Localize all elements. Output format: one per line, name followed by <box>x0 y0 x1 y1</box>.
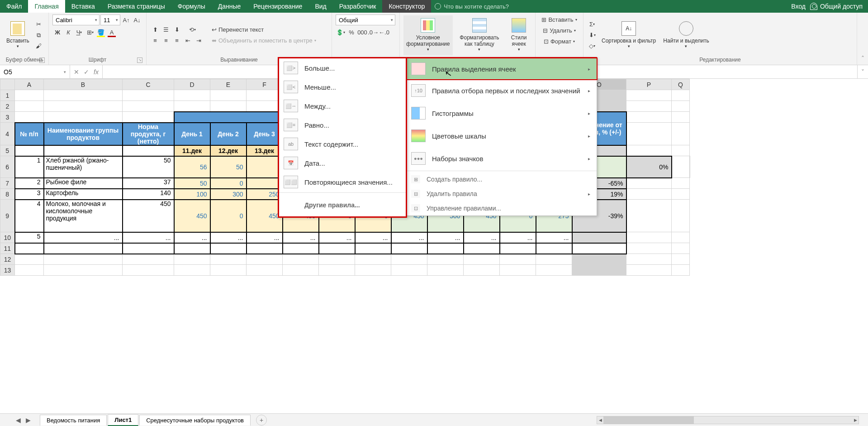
paste-button[interactable]: Вставить▾ <box>4 15 32 55</box>
row-index[interactable]: 2 <box>15 178 44 189</box>
copy-button[interactable]: ⧉ <box>34 30 44 40</box>
menu-data-bars[interactable]: Гистограммы▸ <box>407 102 597 124</box>
cell[interactable] <box>319 243 355 254</box>
menu-color-scales[interactable]: Цветовые шкалы▸ <box>407 124 597 147</box>
font-name-select[interactable]: Calibri▾ <box>52 14 100 25</box>
cell[interactable] <box>626 189 672 200</box>
row-index[interactable]: 5 <box>15 232 44 243</box>
cell[interactable] <box>672 243 690 254</box>
delete-cells-button[interactable]: ⊟ Удалить ▾ <box>540 25 579 35</box>
day-value[interactable]: 450 <box>174 200 210 232</box>
cell[interactable] <box>391 243 427 254</box>
insert-cells-button[interactable]: ⊞ Вставить ▾ <box>539 14 579 24</box>
fill-color-button[interactable]: 🪣 <box>96 27 106 37</box>
cell[interactable] <box>247 90 283 101</box>
decrease-indent-button[interactable]: ⇤ <box>183 36 193 46</box>
day-value[interactable]: 50 <box>174 178 210 189</box>
login-link[interactable]: Вход <box>791 3 806 10</box>
column-header-P[interactable]: P <box>626 79 672 90</box>
day-value[interactable]: 300 <box>210 189 247 200</box>
cell[interactable] <box>572 232 626 243</box>
cell[interactable] <box>464 243 500 254</box>
font-color-button[interactable]: A <box>107 27 117 37</box>
row-header-2[interactable]: 2 <box>0 101 15 112</box>
cell[interactable] <box>672 156 690 178</box>
cell[interactable] <box>500 243 536 254</box>
decrease-decimal-button[interactable]: ←.0 <box>379 27 389 37</box>
cell[interactable] <box>15 254 44 265</box>
column-header-F[interactable]: F <box>247 79 283 90</box>
product-name[interactable]: Рыбное филе <box>44 178 123 189</box>
cell[interactable]: ... <box>391 232 427 243</box>
row-header-13[interactable]: 13 <box>0 265 15 276</box>
cell[interactable] <box>44 145 123 156</box>
cell[interactable] <box>123 254 174 265</box>
cell[interactable] <box>15 265 44 276</box>
cell[interactable]: ... <box>283 232 319 243</box>
cell[interactable] <box>427 265 464 276</box>
column-header-B[interactable]: B <box>44 79 123 90</box>
cell[interactable] <box>247 243 283 254</box>
header-name[interactable]: Наименование группы продуктов <box>44 123 123 145</box>
row-header-9[interactable]: 9 <box>0 200 15 232</box>
cell[interactable] <box>210 265 247 276</box>
cut-button[interactable]: ✂ <box>34 19 44 29</box>
cell[interactable] <box>626 112 672 123</box>
scrollbar-thumb[interactable] <box>603 416 694 424</box>
cell[interactable] <box>174 265 210 276</box>
cell[interactable] <box>672 178 690 189</box>
cell[interactable] <box>626 90 672 101</box>
cell[interactable] <box>44 265 123 276</box>
menu-top-bottom-rules[interactable]: ↑10 Правила отбора первых и последних зн… <box>407 79 597 102</box>
cell[interactable] <box>500 265 536 276</box>
cell[interactable] <box>626 243 672 254</box>
cell[interactable]: ... <box>427 232 464 243</box>
sheet-nav-prev[interactable]: ◀ <box>14 416 23 424</box>
cell[interactable] <box>174 243 210 254</box>
align-left-button[interactable]: ≡ <box>150 36 160 46</box>
cell[interactable]: ... <box>247 232 283 243</box>
cell[interactable]: ... <box>44 232 123 243</box>
cell[interactable] <box>391 254 427 265</box>
italic-button[interactable]: К <box>63 27 73 37</box>
cell[interactable] <box>355 265 391 276</box>
tab-page-layout[interactable]: Разметка страницы <box>101 0 171 13</box>
header-day-2[interactable]: День 2 <box>210 123 247 145</box>
date-1[interactable]: 11.дек <box>174 145 210 156</box>
menu-new-rule[interactable]: ⊞Создать правило... <box>407 172 597 187</box>
cell[interactable] <box>572 254 626 265</box>
day-value[interactable] <box>247 156 283 178</box>
currency-button[interactable]: 💲▾ <box>336 27 346 37</box>
expand-formula-bar-button[interactable]: ˅ <box>857 65 868 78</box>
cell[interactable] <box>283 254 319 265</box>
product-norm[interactable]: 140 <box>123 189 174 200</box>
increase-decimal-button[interactable]: .0→ <box>368 27 378 37</box>
cell[interactable] <box>319 254 355 265</box>
cell[interactable] <box>464 254 500 265</box>
cell[interactable] <box>174 101 210 112</box>
row-header-11[interactable]: 11 <box>0 243 15 254</box>
cell[interactable] <box>464 265 500 276</box>
number-format-select[interactable]: Общий▾ <box>336 14 395 25</box>
collapse-ribbon-button[interactable]: ˄ <box>857 13 868 65</box>
day-value[interactable]: 250 <box>247 189 283 200</box>
align-right-button[interactable]: ≡ <box>172 36 182 46</box>
cell[interactable] <box>672 123 690 145</box>
autosum-button[interactable]: Σ▾ <box>587 19 597 29</box>
cell[interactable] <box>44 112 123 123</box>
sheet-tab-1[interactable]: Лист1 <box>108 414 138 426</box>
cell[interactable] <box>247 101 283 112</box>
cell[interactable] <box>672 145 690 156</box>
product-norm[interactable]: 50 <box>123 156 174 178</box>
cell[interactable] <box>672 200 690 232</box>
cell[interactable] <box>536 265 572 276</box>
day-value[interactable]: 56 <box>174 156 210 178</box>
cell[interactable] <box>283 243 319 254</box>
tab-view[interactable]: Вид <box>308 0 332 13</box>
cell[interactable] <box>247 254 283 265</box>
sheet-nav-next[interactable]: ▶ <box>24 416 33 424</box>
percent-button[interactable]: % <box>346 27 356 37</box>
tab-developer[interactable]: Разработчик <box>333 0 383 13</box>
day-value[interactable]: 0 <box>210 178 247 189</box>
font-size-select[interactable]: 11▾ <box>100 14 120 25</box>
